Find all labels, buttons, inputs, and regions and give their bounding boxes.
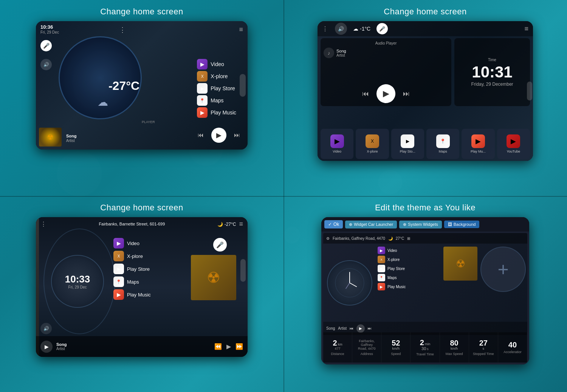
phone-2: ⋮ 🔊 ☁ -1°C 🎤 ≡ Audio Player ♪ (318, 21, 533, 161)
list-item[interactable]: 📍 Maps (378, 274, 440, 281)
p4-artist-name: Artist (338, 326, 347, 330)
p4-plus-icon-2: ⊕ (403, 222, 406, 227)
p2-volume-icon[interactable]: 🔊 (335, 23, 347, 35)
p2-xplore-label: X-plore (367, 150, 378, 153)
p3-artist-name: Artist (56, 347, 67, 351)
p2-cloud-icon: ☁ (353, 26, 358, 32)
p2-scroll-handle[interactable] (527, 82, 532, 100)
p4-speed-value: 52 (392, 339, 400, 347)
p1-song-title: Song (66, 134, 77, 138)
p2-prev-button[interactable]: ⏮ (362, 90, 369, 98)
p3-play-fwd-button[interactable]: ▶ (226, 343, 231, 350)
p4-stopped-label: Stopped Time (473, 352, 494, 356)
p4-address-line1: Fairbanks, (359, 339, 375, 343)
svg-line-3 (346, 283, 350, 289)
list-item[interactable]: ▶ Video (378, 247, 440, 254)
list-item[interactable]: 📍 Maps (197, 95, 236, 106)
list-item[interactable]: ▶ Play Music (378, 283, 440, 290)
list-item[interactable]: X X-plore (113, 251, 189, 261)
p3-app-list: ▶ Video X X-plore ▶ Play Store 📍 Maps ▶ (113, 238, 189, 300)
list-item[interactable]: ▶ Video (197, 59, 236, 69)
p4-inner-address: Fairbanks, Gaffney Road, 4470 (333, 236, 385, 241)
p3-volume-button[interactable]: 🔊 (40, 323, 52, 334)
p1-play-button[interactable]: ▶ (211, 128, 226, 143)
p4-ok-button[interactable]: ✓ Ok (324, 220, 343, 228)
p2-maps-icon: 📍 (436, 134, 450, 148)
p4-traveltime-sec-value: 30 (421, 346, 426, 351)
p1-mic-button[interactable]: 🎤 (40, 40, 52, 51)
p1-menu-icon[interactable]: ≡ (239, 26, 243, 34)
p1-player-controls: ⏮ ▶ ⏭ (198, 128, 240, 143)
q4-title: Edit the theme as You like (375, 203, 476, 213)
p4-widget-button[interactable]: ⊕ Widget Car Launcher (345, 221, 397, 228)
q3-title: Change home screen (100, 203, 183, 213)
p2-playstore-label: Play Sto... (400, 150, 415, 153)
p4-add-widget-button[interactable]: + (480, 247, 526, 292)
p1-album-icon: ☢ (39, 128, 62, 147)
p2-time-label: Time (488, 58, 496, 62)
list-item[interactable]: ▶ Play Music (113, 289, 189, 300)
p3-clock-face: 10:33 Fri, 29 Dec (51, 255, 104, 308)
phone-4: ✓ Ok ⊕ Widget Car Launcher ⊕ System Widg… (321, 217, 529, 364)
p3-scroll-handle[interactable] (240, 259, 246, 282)
p2-app-playstore[interactable]: ▶ Play Sto... (391, 129, 424, 159)
p4-plus-icon-1: ⊕ (349, 222, 352, 227)
list-item[interactable]: ▶ Video (113, 238, 189, 248)
p2-audio-label: Audio Player (324, 41, 448, 45)
p2-app-xplore[interactable]: X X-plore (356, 129, 389, 159)
xplore-label: X-plore (211, 73, 228, 79)
p3-play-button[interactable]: ▶ (40, 341, 53, 353)
p3-fast-forward-button[interactable]: ⏩ (235, 343, 243, 350)
quadrant-2: Change home screen ⋮ 🔊 ☁ -1°C 🎤 ≡ Au (284, 0, 567, 196)
video-icon: ▶ (197, 59, 208, 69)
p4-address-line3: Road, 4470 (358, 347, 376, 350)
p2-menu-icon[interactable]: ≡ (524, 25, 528, 33)
phone-3: ⋮ Fairbanks, Barnette Street, 601-699 🌙 … (36, 217, 248, 357)
p1-more-icon[interactable]: ⋮ (119, 26, 126, 34)
p1-scroll-handle[interactable] (240, 74, 246, 97)
p2-playstore-icon: ▶ (401, 134, 414, 148)
p3-rewind-button[interactable]: ⏪ (214, 343, 222, 350)
p2-video-label: Video (333, 150, 341, 153)
p4-bg-label: Background (454, 222, 476, 227)
p2-more-icon[interactable]: ⋮ (322, 25, 328, 32)
p3-mic-button[interactable]: 🎤 (213, 238, 227, 252)
p4-playmusic-label: Play Music (387, 285, 406, 289)
p4-speed-unit: km/h (392, 347, 400, 350)
p2-play-button[interactable]: ▶ (376, 84, 395, 103)
p2-app-maps[interactable]: 📍 Maps (426, 129, 459, 159)
p4-maps-label: Maps (387, 276, 397, 280)
p1-volume-button[interactable]: 🔊 (40, 59, 52, 70)
p2-app-video[interactable]: ▶ Video (321, 129, 353, 159)
p4-play-button[interactable]: ▶ (356, 324, 365, 333)
p4-playstore-label: Play Store (387, 267, 405, 271)
p4-stat-distance: 2 km 477 Distance (323, 332, 352, 363)
p4-stopped-value: 27 (479, 339, 488, 347)
p4-system-button[interactable]: ⊕ System Widgets (399, 221, 442, 228)
p2-video-icon: ▶ (330, 134, 344, 148)
p2-status-bar: ⋮ 🔊 ☁ -1°C 🎤 ≡ (318, 21, 533, 36)
p1-next-button[interactable]: ⏭ (234, 132, 240, 139)
p2-app-playmusic[interactable]: ▶ Play Mu... (462, 129, 494, 159)
p3-more-icon[interactable]: ⋮ (40, 221, 46, 228)
p4-background-button[interactable]: 🖼 Background (444, 221, 480, 228)
p3-menu-icon[interactable]: ≡ (239, 220, 243, 228)
p1-prev-button[interactable]: ⏮ (198, 132, 204, 139)
list-item[interactable]: ▶ Play Store (113, 264, 189, 274)
list-item[interactable]: X X-plore (197, 71, 236, 82)
p2-next-button[interactable]: ⏭ (403, 90, 410, 98)
list-item[interactable]: ▶ Play Store (197, 83, 236, 94)
p4-stat-accel: 40 Acceleratior (498, 332, 527, 363)
p4-rewind-button[interactable]: ⏮ (350, 326, 353, 330)
p4-system-label: System Widgets (408, 222, 438, 227)
p4-next-button[interactable]: ⏭ (368, 326, 372, 330)
p2-main-area: Audio Player ♪ Song Artist ⏮ ▶ ⏭ (321, 38, 530, 106)
playstore-label: Play Store (211, 85, 235, 91)
list-item[interactable]: X X-plore (378, 256, 440, 263)
list-item[interactable]: ▶ Play Store (378, 265, 440, 272)
list-item[interactable]: ▶ Play Music (197, 107, 236, 118)
list-item[interactable]: 📍 Maps (113, 276, 189, 287)
p2-app-youtube[interactable]: ▶ YouTube (497, 129, 530, 159)
p2-mic-button[interactable]: 🎤 (376, 23, 388, 34)
p4-stat-address: Fairbanks, Gaffney Road, 4470 Address (352, 332, 381, 363)
